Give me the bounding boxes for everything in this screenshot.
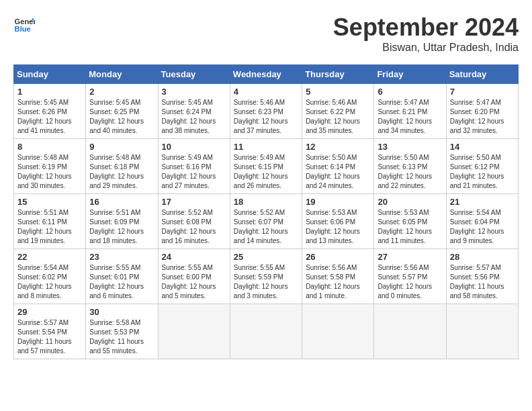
day-info: Sunrise: 5:48 AM Sunset: 6:19 PM Dayligh… [17, 153, 82, 191]
col-friday: Friday [374, 65, 446, 84]
calendar-row: 8Sunrise: 5:48 AM Sunset: 6:19 PM Daylig… [14, 139, 519, 194]
day-number: 10 [162, 142, 226, 152]
col-saturday: Saturday [446, 65, 518, 84]
title-block: September 2024 Biswan, Uttar Pradesh, In… [333, 13, 519, 54]
day-info: Sunrise: 5:51 AM Sunset: 6:09 PM Dayligh… [89, 208, 154, 246]
day-number: 1 [17, 87, 82, 97]
day-number: 9 [89, 142, 154, 152]
calendar-row: 22Sunrise: 5:54 AM Sunset: 6:02 PM Dayli… [14, 249, 519, 304]
day-info: Sunrise: 5:58 AM Sunset: 5:53 PM Dayligh… [89, 318, 154, 356]
day-info: Sunrise: 5:47 AM Sunset: 6:21 PM Dayligh… [378, 98, 442, 136]
table-row: 5Sunrise: 5:46 AM Sunset: 6:22 PM Daylig… [302, 84, 374, 139]
day-info: Sunrise: 5:45 AM Sunset: 6:25 PM Dayligh… [89, 98, 154, 136]
day-info: Sunrise: 5:54 AM Sunset: 6:04 PM Dayligh… [450, 208, 515, 246]
day-number: 13 [378, 142, 442, 152]
table-row: 11Sunrise: 5:49 AM Sunset: 6:15 PM Dayli… [230, 139, 302, 194]
table-row: 22Sunrise: 5:54 AM Sunset: 6:02 PM Dayli… [14, 249, 86, 304]
day-number: 21 [450, 197, 515, 207]
col-sunday: Sunday [14, 65, 86, 84]
table-row: 4Sunrise: 5:46 AM Sunset: 6:23 PM Daylig… [230, 84, 302, 139]
table-row: 15Sunrise: 5:51 AM Sunset: 6:11 PM Dayli… [14, 194, 86, 249]
table-row: 19Sunrise: 5:53 AM Sunset: 6:06 PM Dayli… [302, 194, 374, 249]
day-info: Sunrise: 5:49 AM Sunset: 6:15 PM Dayligh… [234, 153, 298, 191]
table-row: 26Sunrise: 5:56 AM Sunset: 5:58 PM Dayli… [302, 249, 374, 304]
day-number: 12 [306, 142, 370, 152]
day-number: 24 [162, 252, 226, 262]
day-info: Sunrise: 5:56 AM Sunset: 5:57 PM Dayligh… [378, 263, 442, 301]
table-row [230, 304, 302, 359]
day-info: Sunrise: 5:49 AM Sunset: 6:16 PM Dayligh… [162, 153, 226, 191]
day-number: 22 [17, 252, 82, 262]
day-info: Sunrise: 5:55 AM Sunset: 6:01 PM Dayligh… [89, 263, 154, 301]
day-info: Sunrise: 5:54 AM Sunset: 6:02 PM Dayligh… [17, 263, 82, 301]
calendar-row: 15Sunrise: 5:51 AM Sunset: 6:11 PM Dayli… [14, 194, 519, 249]
table-row: 25Sunrise: 5:55 AM Sunset: 5:59 PM Dayli… [230, 249, 302, 304]
day-info: Sunrise: 5:50 AM Sunset: 6:12 PM Dayligh… [450, 153, 515, 191]
table-row [302, 304, 374, 359]
location: Biswan, Uttar Pradesh, India [333, 42, 519, 54]
day-number: 15 [17, 197, 82, 207]
svg-text:General: General [15, 17, 35, 26]
day-info: Sunrise: 5:53 AM Sunset: 6:06 PM Dayligh… [306, 208, 370, 246]
day-number: 26 [306, 252, 370, 262]
table-row: 7Sunrise: 5:47 AM Sunset: 6:20 PM Daylig… [446, 84, 518, 139]
logo-icon: General Blue [13, 13, 35, 35]
day-number: 11 [234, 142, 298, 152]
day-number: 17 [162, 197, 226, 207]
table-row: 6Sunrise: 5:47 AM Sunset: 6:21 PM Daylig… [374, 84, 446, 139]
day-info: Sunrise: 5:50 AM Sunset: 6:13 PM Dayligh… [378, 153, 442, 191]
day-number: 29 [17, 307, 82, 317]
day-info: Sunrise: 5:46 AM Sunset: 6:23 PM Dayligh… [234, 98, 298, 136]
table-row: 18Sunrise: 5:52 AM Sunset: 6:07 PM Dayli… [230, 194, 302, 249]
day-info: Sunrise: 5:50 AM Sunset: 6:14 PM Dayligh… [306, 153, 370, 191]
day-number: 16 [89, 197, 154, 207]
table-row [374, 304, 446, 359]
day-info: Sunrise: 5:45 AM Sunset: 6:26 PM Dayligh… [17, 98, 82, 136]
table-row: 29Sunrise: 5:57 AM Sunset: 5:54 PM Dayli… [14, 304, 86, 359]
day-info: Sunrise: 5:48 AM Sunset: 6:18 PM Dayligh… [89, 153, 154, 191]
table-row [158, 304, 230, 359]
day-info: Sunrise: 5:53 AM Sunset: 6:05 PM Dayligh… [378, 208, 442, 246]
table-row: 14Sunrise: 5:50 AM Sunset: 6:12 PM Dayli… [446, 139, 518, 194]
table-row: 27Sunrise: 5:56 AM Sunset: 5:57 PM Dayli… [374, 249, 446, 304]
table-row: 30Sunrise: 5:58 AM Sunset: 5:53 PM Dayli… [86, 304, 158, 359]
day-info: Sunrise: 5:56 AM Sunset: 5:58 PM Dayligh… [306, 263, 370, 301]
table-row: 21Sunrise: 5:54 AM Sunset: 6:04 PM Dayli… [446, 194, 518, 249]
page-header: General Blue September 2024 Biswan, Utta… [13, 13, 519, 54]
calendar-table: Sunday Monday Tuesday Wednesday Thursday… [13, 64, 519, 359]
day-number: 7 [450, 87, 515, 97]
table-row: 17Sunrise: 5:52 AM Sunset: 6:08 PM Dayli… [158, 194, 230, 249]
col-wednesday: Wednesday [230, 65, 302, 84]
svg-text:Blue: Blue [15, 25, 31, 33]
table-row: 16Sunrise: 5:51 AM Sunset: 6:09 PM Dayli… [86, 194, 158, 249]
day-info: Sunrise: 5:47 AM Sunset: 6:20 PM Dayligh… [450, 98, 515, 136]
day-info: Sunrise: 5:57 AM Sunset: 5:54 PM Dayligh… [17, 318, 82, 356]
table-row: 28Sunrise: 5:57 AM Sunset: 5:56 PM Dayli… [446, 249, 518, 304]
table-row: 23Sunrise: 5:55 AM Sunset: 6:01 PM Dayli… [86, 249, 158, 304]
day-info: Sunrise: 5:46 AM Sunset: 6:22 PM Dayligh… [306, 98, 370, 136]
day-info: Sunrise: 5:51 AM Sunset: 6:11 PM Dayligh… [17, 208, 82, 246]
day-number: 2 [89, 87, 154, 97]
month-title: September 2024 [333, 13, 519, 42]
day-number: 14 [450, 142, 515, 152]
day-info: Sunrise: 5:55 AM Sunset: 6:00 PM Dayligh… [162, 263, 226, 301]
day-info: Sunrise: 5:57 AM Sunset: 5:56 PM Dayligh… [450, 263, 515, 301]
day-number: 6 [378, 87, 442, 97]
day-number: 18 [234, 197, 298, 207]
day-info: Sunrise: 5:45 AM Sunset: 6:24 PM Dayligh… [162, 98, 226, 136]
day-number: 27 [378, 252, 442, 262]
table-row: 1Sunrise: 5:45 AM Sunset: 6:26 PM Daylig… [14, 84, 86, 139]
day-number: 8 [17, 142, 82, 152]
day-number: 30 [89, 307, 154, 317]
day-info: Sunrise: 5:55 AM Sunset: 5:59 PM Dayligh… [234, 263, 298, 301]
day-number: 23 [89, 252, 154, 262]
table-row: 13Sunrise: 5:50 AM Sunset: 6:13 PM Dayli… [374, 139, 446, 194]
day-number: 5 [306, 87, 370, 97]
day-number: 28 [450, 252, 515, 262]
day-number: 19 [306, 197, 370, 207]
day-info: Sunrise: 5:52 AM Sunset: 6:08 PM Dayligh… [162, 208, 226, 246]
col-monday: Monday [86, 65, 158, 84]
col-tuesday: Tuesday [158, 65, 230, 84]
table-row: 20Sunrise: 5:53 AM Sunset: 6:05 PM Dayli… [374, 194, 446, 249]
day-number: 20 [378, 197, 442, 207]
